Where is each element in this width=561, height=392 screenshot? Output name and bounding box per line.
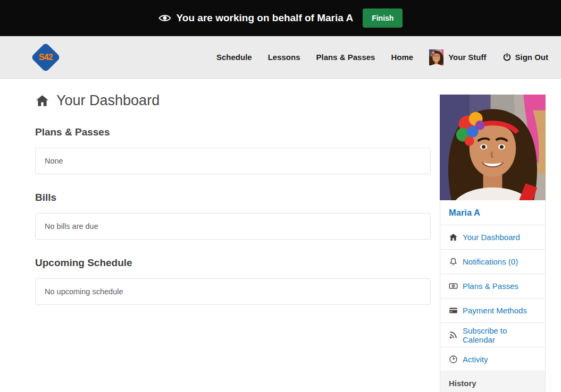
dashboard-column: Your Dashboard Plans & Passes None Bills…: [35, 79, 431, 305]
home-icon: [449, 233, 458, 242]
student-name-link: Maria A: [449, 208, 480, 218]
finish-button[interactable]: Finish: [363, 8, 403, 28]
page-title-text: Your Dashboard: [56, 92, 160, 109]
nav-item-sign-out[interactable]: Sign Out: [503, 53, 549, 62]
app-logo[interactable]: S42: [31, 42, 61, 72]
nav-item-lessons[interactable]: Lessons: [268, 53, 300, 62]
money-bill-icon: $: [449, 282, 458, 291]
nav-item-schedule[interactable]: Schedule: [216, 53, 252, 62]
eye-icon: [158, 12, 171, 24]
power-icon: [503, 53, 512, 62]
bills-panel: No bills are due: [35, 213, 431, 240]
main-content: Your Dashboard Plans & Passes None Bills…: [0, 79, 561, 392]
clock-icon: [449, 355, 458, 364]
home-icon: [35, 93, 49, 108]
upcoming-schedule-panel-text: No upcoming schedule: [45, 287, 123, 296]
sidebar-item-label: Your Dashboard: [463, 233, 520, 242]
sidebar-history-label: History: [449, 379, 476, 388]
sidebar-item-label: Notifications (0): [463, 257, 518, 266]
impersonation-bar: You are working on behalf of Maria A Fin…: [0, 0, 561, 36]
rss-icon: [449, 330, 458, 339]
page-title: Your Dashboard: [35, 92, 431, 109]
section-heading-bills: Bills: [35, 192, 431, 203]
sidebar-history-header: History: [440, 371, 545, 392]
sidebar-item-student-name[interactable]: Maria A: [440, 200, 545, 225]
nav-item-home[interactable]: Home: [391, 53, 413, 62]
section-heading-upcoming-schedule: Upcoming Schedule: [35, 257, 431, 269]
impersonation-message: You are working on behalf of Maria A: [177, 12, 354, 24]
sidebar-item-activity[interactable]: Activity: [440, 347, 545, 371]
bills-panel-text: No bills are due: [45, 222, 98, 231]
app-logo-text: S42: [39, 53, 52, 62]
impersonation-message-wrap: You are working on behalf of Maria A: [158, 12, 354, 24]
navbar: S42 Schedule Lessons Plans & Passes Home…: [0, 36, 561, 79]
credit-card-icon: [449, 306, 458, 315]
nav-item-your-stuff[interactable]: Your Stuff: [429, 49, 486, 65]
sidebar-item-plans-passes[interactable]: $ Plans & Passes: [440, 274, 545, 298]
plans-passes-panel: None: [35, 148, 431, 174]
plans-passes-panel-text: None: [45, 157, 63, 165]
avatar: [429, 49, 443, 65]
bell-icon: [449, 257, 458, 266]
student-sidebar: Maria A Your Dashboard Notifications (0): [440, 95, 546, 392]
sidebar-item-label: Payment Methods: [463, 306, 527, 315]
sidebar-item-label: Subscribe to Calendar: [463, 326, 537, 344]
sidebar-item-payment-methods[interactable]: Payment Methods: [440, 298, 545, 322]
sidebar-item-label: Plans & Passes: [463, 282, 518, 291]
upcoming-schedule-panel: No upcoming schedule: [35, 278, 431, 305]
sidebar-menu: Maria A Your Dashboard Notifications (0): [440, 200, 546, 392]
nav-item-sign-out-label: Sign Out: [515, 53, 549, 62]
nav-menu: Schedule Lessons Plans & Passes Home You…: [216, 49, 548, 65]
sidebar-item-notifications[interactable]: Notifications (0): [440, 249, 545, 274]
section-heading-plans-passes: Plans & Passes: [35, 126, 431, 138]
student-photo: [440, 95, 546, 200]
nav-item-your-stuff-label: Your Stuff: [448, 53, 486, 62]
sidebar-item-subscribe-calendar[interactable]: Subscribe to Calendar: [440, 322, 545, 347]
sidebar-item-your-dashboard[interactable]: Your Dashboard: [440, 225, 545, 249]
sidebar-item-label: Activity: [463, 355, 488, 364]
nav-item-plans-passes[interactable]: Plans & Passes: [316, 53, 375, 62]
